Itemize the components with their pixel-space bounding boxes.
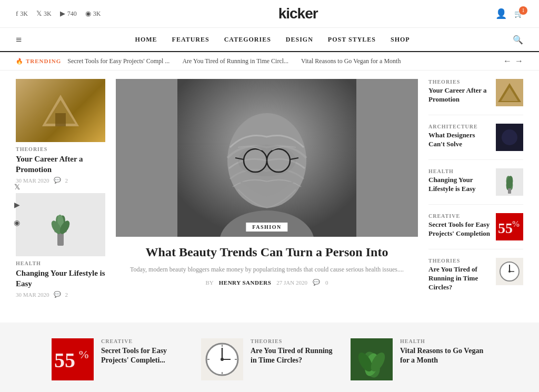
bottom-card-3-category: HEALTH (400, 338, 487, 344)
nav-home[interactable]: HOME (135, 36, 157, 44)
facebook-count[interactable]: f 3K (16, 9, 28, 18)
top-bar: f 3K 𝕏 3K ▶ 740 ◉ 3K kicker 👤 🛒 1 (0, 0, 539, 28)
right-column: THEORIES Your Career After a Promotion A… (428, 79, 523, 309)
ticker-item-1[interactable]: Secret Tools for Easy Projects' Compl ..… (67, 57, 169, 65)
svg-point-15 (244, 149, 267, 172)
right-card-1-title[interactable]: Your Career After a Promotion (428, 86, 491, 104)
ticker-item-3[interactable]: Vital Reasons to Go Vegan for a Month (301, 57, 401, 65)
instagram-count-value: 3K (93, 10, 101, 18)
hero-comments: 0 (325, 279, 328, 286)
right-card-3-image (496, 168, 523, 196)
svg-text:55: 55 (498, 220, 513, 236)
ticker-prev-button[interactable]: ← (503, 56, 512, 66)
right-card-5-title[interactable]: Are You Tired of Running in Time Circles… (428, 265, 491, 292)
sidebar-youtube-icon[interactable]: ▶ (11, 199, 23, 212)
bottom-card-1-text: CREATIVE Secret Tools for Easy Projects'… (101, 338, 188, 365)
left-card-2-meta: 30 MAR 2020 💬 2 (16, 291, 105, 298)
right-card-4-text: CREATIVE Secret Tools for Easy Projects'… (428, 213, 491, 238)
sidebar-instagram-icon[interactable]: ◉ (11, 217, 23, 229)
cart-count: 1 (519, 6, 527, 15)
nav-categories[interactable]: CATEGORIES (224, 36, 271, 44)
main-nav: ≡ HOME FEATURES CATEGORIES DESIGN POST S… (0, 28, 539, 52)
bottom-card-2-title[interactable]: Are You Tired of Running in Time Circles… (251, 346, 338, 365)
right-card-2-title[interactable]: What Designers Can't Solve (428, 131, 491, 149)
twitter-icon: 𝕏 (36, 9, 42, 18)
sidebar-twitter-icon[interactable]: 𝕏 (11, 181, 23, 194)
hero-comment-icon: 💬 (313, 279, 320, 286)
left-card-2-image (16, 193, 105, 256)
ticker-next-button[interactable]: → (515, 56, 523, 66)
site-logo[interactable]: kicker (278, 5, 318, 22)
sidebar-facebook-icon[interactable]: f (11, 163, 23, 176)
bottom-card-2-category: THEORIES (251, 338, 338, 344)
hero-category-tag: FASHION (246, 223, 287, 232)
bottom-card-3-title[interactable]: Vital Reasons to Go Vegan for a Month (400, 346, 487, 365)
left-card-1-category: THEORIES (16, 146, 105, 152)
hero-description: Today, modern beauty bloggers make money… (116, 265, 418, 275)
left-card-1-image (16, 79, 105, 142)
svg-rect-28 (508, 188, 511, 194)
right-card-1: THEORIES Your Career After a Promotion (428, 79, 523, 115)
cart-icon-wrapper[interactable]: 🛒 1 (514, 9, 523, 18)
youtube-count[interactable]: ▶ 740 (60, 9, 77, 18)
menu-hamburger-icon[interactable]: ≡ (16, 34, 22, 46)
left-card-1-title[interactable]: Your Career After a Promotion (16, 154, 105, 175)
instagram-count[interactable]: ◉ 3K (85, 9, 101, 18)
right-card-3-title[interactable]: Changing Your Lifestyle is Easy (428, 176, 491, 194)
comment-icon-2: 💬 (54, 291, 61, 298)
right-card-4-category: CREATIVE (428, 213, 491, 219)
bottom-card-1-category: CREATIVE (101, 338, 188, 344)
nav-shop[interactable]: SHOP (391, 36, 410, 44)
bottom-card-1: 55 % CREATIVE Secret Tools for Easy Proj… (52, 338, 188, 380)
right-card-3: HEALTH Changing Your Lifestyle is Easy (428, 168, 523, 205)
bottom-card-1-title[interactable]: Secret Tools for Easy Projects' Completi… (101, 346, 188, 365)
bottom-card-2-text: THEORIES Are You Tired of Running in Tim… (251, 338, 338, 365)
right-card-2: ARCHITECTURE What Designers Can't Solve (428, 124, 523, 160)
youtube-icon: ▶ (60, 9, 65, 18)
svg-point-24 (502, 129, 517, 145)
bottom-card-3-text: HEALTH Vital Reasons to Go Vegan for a M… (400, 338, 487, 365)
right-card-1-category: THEORIES (428, 79, 491, 85)
nav-post-styles[interactable]: POST STYLES (328, 36, 376, 44)
right-card-5-text: THEORIES Are You Tired of Running in Tim… (428, 258, 491, 292)
svg-rect-2 (55, 113, 66, 126)
ticker-item-2[interactable]: Are You Tired of Running in Time Circl..… (182, 57, 288, 65)
left-card-1: THEORIES Your Career After a Promotion 3… (16, 79, 105, 184)
comment-icon-1: 💬 (54, 177, 61, 184)
nav-features[interactable]: FEATURES (172, 36, 209, 44)
right-card-2-text: ARCHITECTURE What Designers Can't Solve (428, 124, 491, 149)
right-card-5: THEORIES Are You Tired of Running in Tim… (428, 258, 523, 300)
main-content: THEORIES Your Career After a Promotion 3… (0, 71, 539, 317)
twitter-count-value: 3K (44, 10, 52, 18)
ticker-nav: ← → (503, 56, 523, 66)
top-right-icons: 👤 🛒 1 (495, 8, 523, 19)
nav-design[interactable]: DESIGN (286, 36, 313, 44)
right-card-4-title[interactable]: Secret Tools for Easy Projects' Completi… (428, 220, 491, 238)
left-card-1-meta: 30 MAR 2020 💬 2 (16, 177, 105, 184)
search-icon[interactable]: 🔍 (513, 35, 523, 45)
ticker-items: Secret Tools for Easy Projects' Compl ..… (67, 57, 497, 65)
left-card-2: HEALTH Changing Your Lifestyle is Easy 3… (16, 193, 105, 298)
hero-meta: BY HENRY SANDERS 27 JAN 2020 💬 0 (116, 279, 418, 286)
right-card-2-category: ARCHITECTURE (428, 124, 491, 129)
hero-image: FASHION (116, 79, 418, 237)
twitter-count[interactable]: 𝕏 3K (36, 9, 52, 18)
svg-text:55: 55 (54, 348, 75, 372)
trending-ticker: 🔥 TRENDING Secret Tools for Easy Project… (0, 52, 539, 71)
left-card-2-category: HEALTH (16, 260, 105, 266)
facebook-count-value: 3K (20, 10, 28, 18)
right-card-5-image (496, 258, 523, 285)
left-card-2-title[interactable]: Changing Your Lifestyle is Easy (16, 268, 105, 289)
instagram-icon: ◉ (85, 9, 91, 18)
right-card-4-image: 55 % (496, 213, 523, 240)
hero-date: 27 JAN 2020 (276, 279, 307, 286)
user-icon[interactable]: 👤 (495, 8, 507, 19)
hero-author[interactable]: HENRY SANDERS (219, 279, 272, 286)
bottom-card-2-image (201, 338, 243, 380)
right-card-4: CREATIVE Secret Tools for Easy Projects'… (428, 213, 523, 249)
right-card-2-image (496, 124, 523, 151)
left-card-2-date: 30 MAR 2020 (16, 292, 49, 298)
right-card-3-category: HEALTH (428, 168, 491, 174)
hero-title[interactable]: What Beauty Trends Can Turn a Person Int… (116, 244, 418, 260)
bottom-card-3-image (351, 338, 393, 380)
